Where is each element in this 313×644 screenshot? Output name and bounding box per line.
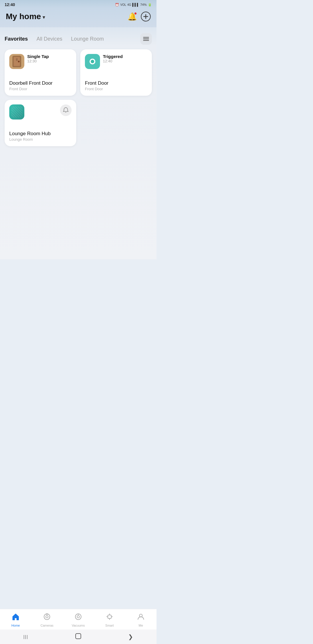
lte-icon: 4G	[127, 3, 131, 6]
card-location-sensor: Front Door	[85, 87, 147, 91]
page-title: My home	[6, 12, 41, 21]
notification-bell-button[interactable]: 🔔	[128, 12, 137, 21]
card-location-doorbell: Front Door	[9, 87, 72, 91]
svg-rect-8	[16, 58, 18, 61]
add-device-button[interactable]	[141, 12, 151, 21]
main-content: Favorites All Devices Lounge Room	[0, 27, 156, 259]
chevron-down-icon: ▾	[43, 15, 45, 20]
device-card-sensor[interactable]: Triggered 12:40 Front Door Front Door	[80, 49, 152, 96]
tab-bar: Favorites All Devices Lounge Room	[5, 27, 152, 49]
alarm-icon: ⏰	[115, 3, 119, 7]
network-icon: VOL	[120, 3, 126, 6]
card-name-hub: Lounge Room Hub	[9, 131, 72, 137]
home-title-group[interactable]: My home ▾	[6, 12, 45, 21]
sensor-icon	[85, 54, 100, 69]
device-card-doorbell[interactable]: Single Tap 12:30 Doorbell Front Door Fro…	[5, 49, 76, 96]
status-bar: 12:40 ⏰ VOL 4G ▌▌▌ 74% 🔋	[0, 0, 156, 8]
card-name-doorbell: Doorbell Front Door	[9, 80, 72, 86]
tab-all-devices[interactable]: All Devices	[37, 35, 65, 43]
status-time: 12:40	[5, 2, 15, 7]
status-icons: ⏰ VOL 4G ▌▌▌ 74% 🔋	[115, 3, 152, 7]
card-name-sensor: Front Door	[85, 80, 147, 86]
card-event-sensor: Triggered	[103, 54, 123, 59]
tab-favorites[interactable]: Favorites	[5, 35, 31, 43]
hub-icon	[9, 104, 24, 120]
card-time-sensor: 12:40	[103, 59, 123, 63]
tab-menu-button[interactable]	[140, 33, 152, 45]
notification-dot	[134, 12, 137, 15]
signal-icon: ▌▌▌	[132, 3, 139, 6]
doorbell-icon	[9, 54, 24, 69]
battery-label: 74%	[140, 3, 147, 6]
device-card-hub[interactable]: Lounge Room Hub Lounge Room	[5, 100, 76, 146]
hub-bell-icon[interactable]	[60, 104, 72, 116]
header: My home ▾ 🔔	[0, 8, 156, 27]
battery-icon: 🔋	[148, 3, 152, 7]
svg-point-7	[18, 61, 20, 62]
card-event-doorbell: Single Tap	[27, 54, 49, 59]
tab-lounge-room[interactable]: Lounge Room	[71, 35, 107, 43]
card-location-hub: Lounge Room	[9, 137, 72, 142]
card-time-doorbell: 12:30	[27, 59, 49, 63]
devices-grid: Single Tap 12:30 Doorbell Front Door Fro…	[5, 49, 152, 146]
header-actions: 🔔	[128, 12, 151, 21]
